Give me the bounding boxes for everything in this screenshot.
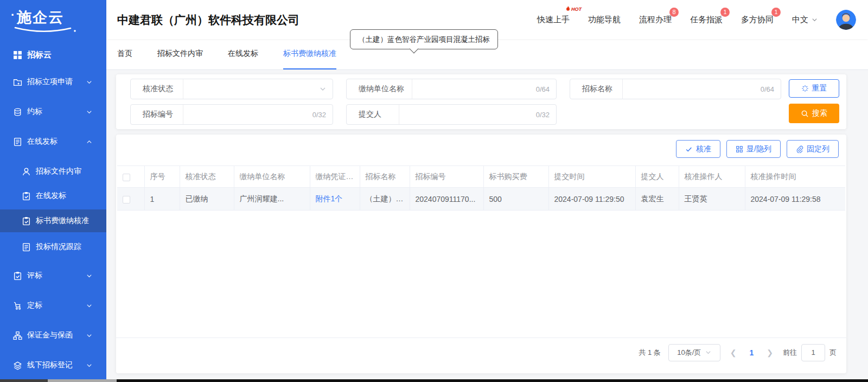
sidebar-item-bid-cloud[interactable]: 招标云 — [0, 44, 106, 66]
search-button[interactable]: 搜索 — [789, 104, 839, 123]
page-number[interactable]: 1 — [746, 348, 757, 357]
chevron-down-icon — [86, 273, 92, 279]
pagination: 共 1 条 10条/页 ❮ 1 ❯ 前往 页 — [116, 338, 846, 373]
data-table: 序号 核准状态 缴纳单位名称 缴纳凭证或回执 招标名称 招标编号 标书购买费 提… — [117, 165, 845, 211]
nav-multi-party-collab[interactable]: 多方协同 1 — [741, 15, 774, 25]
sidebar-item-label: 在线发标 — [36, 191, 66, 201]
page-title: 中建君联（广州）软件科技有限公司 — [117, 12, 299, 28]
reset-burst-icon — [801, 85, 809, 92]
folder-plus-icon — [13, 78, 22, 87]
nav-task-assignment[interactable]: 任务指派 1 — [690, 15, 723, 25]
col-header: 招标名称 — [360, 166, 410, 188]
nav-feature-guide[interactable]: 功能导航 — [588, 15, 621, 25]
pay-unit-input[interactable]: 缴纳单位名称 0/64 — [346, 79, 557, 99]
field-label: 招标编号 — [131, 110, 183, 119]
sidebar-item-bid-doc-review[interactable]: 招标文件内审 — [0, 161, 106, 182]
tab-bid-doc-review[interactable]: 招标文件内审 — [157, 39, 203, 69]
tooltip-text: （土建）蓝色智谷产业园项目混凝土招标 — [350, 29, 498, 49]
cell-pay-unit: 广州润耀建... — [234, 188, 310, 211]
cell-approver: 王贤英 — [679, 188, 745, 211]
document-icon — [13, 137, 22, 147]
char-counter: 0/64 — [536, 85, 556, 93]
col-header: 提交人 — [635, 166, 679, 188]
cell-submit-time: 2024-07-09 11:29:50 — [548, 188, 635, 211]
reset-button[interactable]: 重置 — [789, 79, 839, 98]
clipboard-check-icon — [13, 271, 22, 281]
filter-panel: 核准状态 缴纳单位名称 0/64 招标名称 0/64 招标编号 0/32 提交人… — [116, 74, 846, 129]
chevron-down-icon — [705, 349, 711, 355]
fixed-columns-button[interactable]: 固定列 — [787, 140, 839, 158]
select-all-checkbox[interactable] — [123, 174, 130, 181]
sidebar-item-bid-evaluation[interactable]: 评标 — [0, 265, 106, 286]
table-header-row: 序号 核准状态 缴纳单位名称 缴纳凭证或回执 招标名称 招标编号 标书购买费 提… — [117, 166, 845, 188]
goto-page-input[interactable] — [801, 344, 825, 361]
table-row[interactable]: 1 已缴纳 广州润耀建... 附件1个 （土建）蓝... 20240709111… — [117, 188, 845, 211]
nav-quick-start[interactable]: 快速上手 HOT — [537, 15, 570, 25]
submitter-input[interactable]: 提交人 0/32 — [346, 104, 557, 125]
col-header: 序号 — [144, 166, 180, 188]
tab-home[interactable]: 首页 — [117, 39, 132, 69]
sidebar-item-bid-fee-approval[interactable]: 标书费缴纳核准 — [0, 209, 106, 232]
col-header: 标书购买费 — [483, 166, 548, 188]
bid-no-input[interactable]: 招标编号 0/32 — [130, 104, 333, 125]
sidebar-item-bid-award[interactable]: 定标 — [0, 295, 106, 316]
sidebar-item-label: 招标云 — [27, 50, 52, 60]
sidebar-item-label: 约标 — [27, 107, 42, 117]
cell-bid-no: 2024070911170... — [410, 188, 483, 211]
sidebar-item-label: 评标 — [27, 271, 42, 281]
clipboard-check-icon — [22, 192, 31, 201]
strip-segment — [48, 379, 117, 382]
field-label: 核准状态 — [131, 84, 183, 94]
strip-segment — [0, 379, 48, 382]
prev-page-button[interactable]: ❮ — [728, 348, 739, 357]
sidebar-item-label: 定标 — [27, 301, 42, 310]
sidebar-item-deposit-guarantee[interactable]: 保证金与保函 — [0, 324, 106, 346]
app-logo[interactable]: ·施企云 — [11, 8, 92, 36]
user-icon — [22, 167, 31, 176]
char-counter: 0/64 — [761, 85, 781, 93]
page-size-select[interactable]: 10条/页 — [668, 344, 720, 361]
coins-icon — [13, 107, 22, 117]
paperclip-icon — [796, 145, 803, 153]
col-header: 核准操作人 — [679, 166, 745, 188]
sidebar-item-offline-bid-register[interactable]: 线下招标登记 — [0, 354, 106, 376]
tab-bid-fee-approval[interactable]: 标书费缴纳核准 — [283, 39, 336, 69]
approve-button[interactable]: 核准 — [676, 140, 720, 158]
attachment-link[interactable]: 附件1个 — [316, 194, 343, 203]
nav-process-handling[interactable]: 流程办理 8 — [639, 15, 672, 25]
sidebar-item-bid-project-apply[interactable]: 招标立项申请 — [0, 71, 106, 93]
sidebar: ·施企云 招标云 招标立项申请 约标 在线发标 招标文件内审 在线发标 标书费缴… — [0, 0, 106, 379]
approve-status-select[interactable]: 核准状态 — [130, 79, 333, 99]
cell-approve-status: 已缴纳 — [180, 188, 234, 211]
sidebar-item-online-bid-group[interactable]: 在线发标 — [0, 131, 106, 152]
hot-flame-icon: HOT — [565, 5, 582, 12]
chevron-down-icon — [86, 362, 92, 368]
sidebar-item-label: 标书费缴纳核准 — [36, 216, 89, 226]
row-checkbox[interactable] — [123, 196, 130, 203]
sidebar-item-bid-status-tracking[interactable]: 投标情况跟踪 — [0, 236, 106, 258]
header-select-all — [117, 166, 144, 188]
sidebar-item-label: 招标立项申请 — [27, 77, 73, 87]
field-label: 招标名称 — [570, 84, 622, 94]
sidebar-item-label: 在线发标 — [27, 137, 58, 147]
sidebar-item-appoint-bid[interactable]: 约标 — [0, 101, 106, 123]
sidebar-item-online-bid-release[interactable]: 在线发标 — [0, 185, 106, 207]
grid-icon — [13, 50, 22, 60]
table-toolbar: 核准 显/隐列 固定列 — [676, 140, 839, 158]
next-page-button[interactable]: ❯ — [764, 348, 775, 357]
chevron-down-icon — [86, 333, 92, 339]
layers-icon — [13, 361, 22, 370]
language-selector[interactable]: 中文 — [792, 15, 818, 25]
show-hide-columns-button[interactable]: 显/隐列 — [726, 140, 781, 158]
cell-bid-fee: 500 — [483, 188, 548, 211]
cell-index: 1 — [144, 188, 180, 211]
goto-label: 前往 — [783, 348, 797, 358]
table-panel: 核准 显/隐列 固定列 序号 核准状态 缴纳 — [116, 135, 846, 373]
col-header: 核准状态 — [180, 166, 234, 188]
tab-online-bid-release[interactable]: 在线发标 — [228, 39, 258, 69]
char-counter: 0/32 — [536, 111, 556, 119]
sidebar-item-label: 投标情况跟踪 — [36, 242, 81, 252]
bid-name-input[interactable]: 招标名称 0/64 — [570, 79, 781, 99]
cell-submitter: 袁宏生 — [635, 188, 679, 211]
avatar[interactable] — [836, 10, 856, 30]
